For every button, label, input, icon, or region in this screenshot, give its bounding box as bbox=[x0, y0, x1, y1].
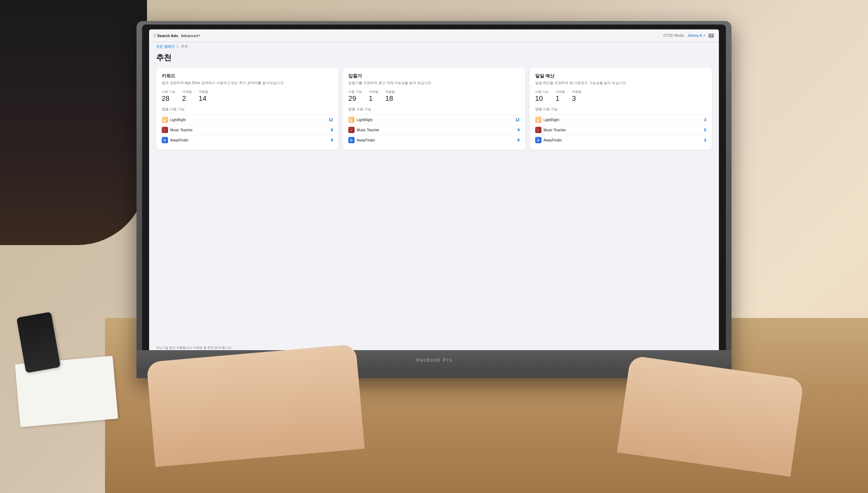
org-name: OTOD Media bbox=[663, 34, 684, 37]
daily-budget-stat-available-value: 10 bbox=[535, 95, 549, 102]
keywords-card: 키워드 앱과 관련하여 App Store 검색에서 사용되고 있는 추가 검색… bbox=[156, 68, 338, 150]
keywords-stat-deleted-label: 삭제됨 bbox=[182, 90, 192, 94]
musicteacher-name-db: Music Teacher bbox=[544, 128, 566, 132]
navbar-right: OTOD Media Johnny A. ▾ bbox=[663, 34, 714, 38]
bidding-stat-available-label: 사용 기능 bbox=[348, 90, 362, 94]
keywords-apps-title: 앱별 사용 가능 bbox=[162, 107, 333, 112]
bidding-stat-applied-value: 18 bbox=[385, 95, 395, 102]
daily-budget-card: 일일 예산 일일 예산을 조정하여 앱 다운로드 가능성을 높여 보십시오. 사… bbox=[530, 68, 712, 150]
bidding-stat-deleted: 삭제됨 1 bbox=[369, 90, 378, 102]
lightright-name-db: LightRight bbox=[544, 118, 559, 122]
laptop-brand-label: MacBook Pro bbox=[415, 357, 453, 363]
bidding-card-desc: 입찰가를 조정하여 광고 게재 가능성을 높여 보십시오. bbox=[348, 81, 519, 85]
lightright-icon-kw: ◭ bbox=[162, 117, 168, 123]
app-info-musicteacher-db: ♪ Music Teacher bbox=[535, 127, 566, 133]
advanced-label: Advanced bbox=[181, 34, 198, 38]
keywords-stat-available-label: 사용 기능 bbox=[162, 90, 175, 94]
app-info-musicteacher-kw: ♪ Music Teacher bbox=[162, 127, 192, 133]
bidding-app-musicteacher[interactable]: ♪ Music Teacher 9 bbox=[348, 125, 519, 135]
keywords-app-awayfinder[interactable]: ⊕ AwayFinder 8 bbox=[162, 135, 333, 145]
bidding-app-lightright[interactable]: ◭ LightRight 12 bbox=[348, 114, 519, 125]
awayfinder-name-kw: AwayFinder bbox=[170, 138, 189, 142]
musicteacher-name-bid: Music Teacher bbox=[357, 128, 379, 132]
musicteacher-name-kw: Music Teacher bbox=[170, 128, 192, 132]
awayfinder-name-db: AwayFinder bbox=[544, 138, 562, 142]
musicteacher-icon-db: ♪ bbox=[535, 127, 541, 133]
musicteacher-icon-kw: ♪ bbox=[162, 127, 168, 133]
hand-typing-left bbox=[146, 344, 365, 467]
advanced-dropdown[interactable]: Advanced ▾ bbox=[181, 34, 200, 38]
lightright-name-kw: LightRight bbox=[170, 118, 186, 122]
user-chevron-icon: ▾ bbox=[704, 34, 705, 37]
user-menu[interactable]: Johnny A. ▾ bbox=[687, 34, 705, 37]
person-figure-left bbox=[0, 0, 147, 245]
keywords-stat-available: 사용 기능 28 bbox=[162, 90, 175, 102]
apple-icon:  bbox=[154, 33, 156, 38]
awayfinder-count-kw: 8 bbox=[331, 138, 333, 142]
daily-budget-stat-available-label: 사용 기능 bbox=[535, 90, 549, 94]
keywords-stat-deleted-value: 2 bbox=[182, 95, 192, 102]
keywords-app-lightright[interactable]: ◭ LightRight 12 bbox=[162, 114, 333, 125]
lightright-name-bid: LightRight bbox=[357, 118, 372, 122]
laptop-shell:  Search Ads Advanced ▾ OTOD Media Johnn… bbox=[136, 21, 732, 378]
navbar-left:  Search Ads Advanced ▾ bbox=[154, 33, 200, 38]
app-info-lightright-kw: ◭ LightRight bbox=[162, 117, 186, 123]
keywords-app-musicteacher[interactable]: ♪ Music Teacher 8 bbox=[162, 125, 333, 135]
laptop-screen:  Search Ads Advanced ▾ OTOD Media Johnn… bbox=[149, 29, 719, 363]
lightright-count-kw: 12 bbox=[329, 118, 333, 122]
musicteacher-count-kw: 8 bbox=[331, 128, 333, 132]
musicteacher-icon-bid: ♪ bbox=[348, 127, 355, 133]
app-info-awayfinder-db: ⊕ AwayFinder bbox=[535, 137, 562, 143]
daily-budget-card-title: 일일 예산 bbox=[535, 73, 706, 79]
bidding-stat-applied-label: 적용됨 bbox=[385, 90, 395, 94]
search-ads-logo:  Search Ads bbox=[154, 33, 178, 38]
lightright-count-bid: 12 bbox=[515, 118, 519, 122]
daily-budget-app-musicteacher[interactable]: ♪ Music Teacher 5 bbox=[535, 125, 706, 135]
daily-budget-stat-applied-value: 3 bbox=[572, 95, 581, 102]
bidding-stats: 사용 기능 29 삭제됨 1 적용됨 18 bbox=[348, 90, 519, 102]
lightright-count-db: 3 bbox=[704, 118, 706, 122]
breadcrumb-current: 추천 bbox=[181, 44, 188, 49]
awayfinder-icon-db: ⊕ bbox=[535, 137, 541, 143]
keywords-stat-available-value: 28 bbox=[162, 95, 175, 102]
laptop-notch bbox=[427, 25, 441, 29]
breadcrumb-separator: > bbox=[177, 45, 179, 49]
daily-budget-apps-title: 앱별 사용 가능 bbox=[535, 107, 706, 112]
app-container:  Search Ads Advanced ▾ OTOD Media Johnn… bbox=[149, 29, 719, 363]
daily-budget-app-lightright[interactable]: ◭ LightRight 3 bbox=[535, 114, 706, 125]
layout-cell-4 bbox=[712, 36, 714, 37]
main-content: 키워드 앱과 관련하여 App Store 검색에서 사용되고 있는 추가 검색… bbox=[149, 68, 719, 341]
daily-budget-stat-deleted-label: 삭제됨 bbox=[555, 90, 565, 94]
page-title: 추천 bbox=[149, 51, 719, 68]
bidding-card: 입찰가 입찰가를 조정하여 광고 게재 가능성을 높여 보십시오. 사용 기능 … bbox=[343, 68, 525, 150]
keywords-card-title: 키워드 bbox=[162, 73, 333, 79]
layout-cell-1 bbox=[709, 34, 711, 36]
keywords-stat-applied-value: 14 bbox=[199, 95, 208, 102]
daily-budget-stat-available: 사용 기능 10 bbox=[535, 90, 549, 102]
layout-cell-3 bbox=[709, 36, 711, 37]
daily-budget-app-awayfinder[interactable]: ⊕ AwayFinder 2 bbox=[535, 135, 706, 145]
daily-budget-card-desc: 일일 예산을 조정하여 앱 다운로드 가능성을 높여 보십시오. bbox=[535, 81, 706, 85]
awayfinder-count-bid: 8 bbox=[518, 138, 520, 142]
bidding-stat-deleted-value: 1 bbox=[369, 95, 378, 102]
app-info-awayfinder-kw: ⊕ AwayFinder bbox=[162, 137, 189, 143]
awayfinder-name-bid: AwayFinder bbox=[357, 138, 375, 142]
breadcrumb-parent[interactable]: 모든 캠페인 bbox=[156, 44, 175, 49]
breadcrumb: 모든 캠페인 > 추천 bbox=[149, 42, 719, 51]
awayfinder-count-db: 2 bbox=[704, 138, 706, 142]
daily-budget-stat-deleted-value: 1 bbox=[555, 95, 565, 102]
layout-toggle-button[interactable] bbox=[708, 34, 714, 38]
bidding-stat-available-value: 29 bbox=[348, 95, 362, 102]
bidding-app-awayfinder[interactable]: ⊕ AwayFinder 8 bbox=[348, 135, 519, 145]
bidding-card-title: 입찰가 bbox=[348, 73, 519, 79]
lightright-icon-db: ◭ bbox=[535, 117, 541, 123]
navbar:  Search Ads Advanced ▾ OTOD Media Johnn… bbox=[149, 29, 719, 42]
awayfinder-icon-bid: ⊕ bbox=[348, 137, 355, 143]
daily-budget-stats: 사용 기능 10 삭제됨 1 적용됨 3 bbox=[535, 90, 706, 102]
musicteacher-count-bid: 9 bbox=[518, 128, 520, 132]
musicteacher-count-db: 5 bbox=[704, 128, 706, 132]
keywords-stat-applied: 적용됨 14 bbox=[199, 90, 208, 102]
cards-row: 키워드 앱과 관련하여 App Store 검색에서 사용되고 있는 추가 검색… bbox=[156, 68, 712, 150]
daily-budget-stat-applied: 적용됨 3 bbox=[572, 90, 581, 102]
bidding-stat-available: 사용 기능 29 bbox=[348, 90, 362, 102]
